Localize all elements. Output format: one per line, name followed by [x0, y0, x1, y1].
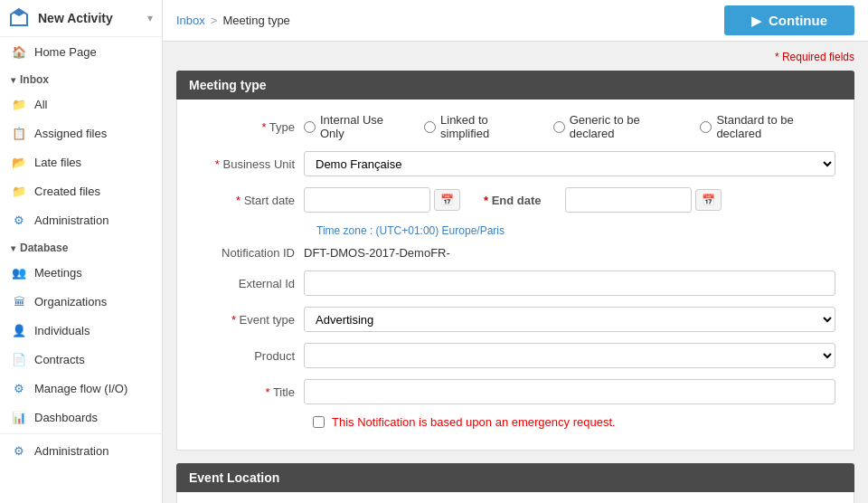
product-label: Product [195, 349, 304, 363]
start-date-label: * Start date [195, 194, 304, 207]
event-type-select[interactable]: Advertising [304, 307, 835, 332]
emergency-label[interactable]: This Notification is based upon an emerg… [332, 415, 616, 429]
sidebar-dash-label: Dashboards [34, 411, 98, 424]
sidebar-item-organizations[interactable]: Organizations [0, 287, 162, 316]
meetings-icon [11, 264, 27, 280]
external-id-input[interactable] [304, 270, 835, 296]
sidebar-section-inbox[interactable]: ▾ Inbox [0, 66, 162, 90]
breadcrumb-inbox[interactable]: Inbox [176, 14, 205, 27]
sidebar-divider [0, 433, 162, 434]
sidebar-admin-inbox-label: Administration [34, 214, 108, 227]
title-input[interactable] [304, 379, 835, 404]
end-date-input[interactable] [565, 187, 692, 213]
sidebar-home-label: Home Page [34, 45, 97, 59]
radio-linked[interactable]: Linked to simplified [424, 113, 535, 140]
event-location-body: * Venue Address [176, 492, 854, 503]
title-row: * Title [195, 379, 835, 404]
business-unit-label: * Business Unit [195, 157, 304, 171]
business-unit-select[interactable]: Demo Française [304, 151, 835, 176]
sidebar-item-admin-inbox[interactable]: Administration [0, 205, 162, 234]
breadcrumb-current: Meeting type [222, 14, 289, 27]
radio-internal[interactable]: Internal Use Only [304, 113, 406, 140]
sidebar-meetings-label: Meetings [34, 266, 82, 280]
sidebar-item-flow[interactable]: Manage flow (I/O) [0, 374, 162, 403]
event-location-header: Event Location [176, 463, 854, 492]
sidebar-item-home[interactable]: Home Page [0, 37, 162, 66]
radio-generic[interactable]: Generic to be declared [553, 113, 683, 140]
flow-icon [11, 380, 27, 396]
meeting-type-body: * Type Internal Use Only Linked to simpl… [176, 100, 854, 451]
sidebar-header: New Activity ▾ [0, 0, 162, 37]
sidebar-item-individuals[interactable]: Individuals [0, 316, 162, 345]
external-id-row: External Id [195, 270, 835, 296]
timezone-text[interactable]: Time zone : (UTC+01:00) Europe/Paris [313, 224, 505, 237]
play-icon: ▶ [751, 14, 761, 28]
svg-marker-1 [13, 9, 25, 16]
external-id-control [304, 270, 835, 296]
assigned-icon [11, 125, 27, 141]
sidebar-section-database[interactable]: ▾ Database [0, 234, 162, 258]
emergency-checkbox[interactable] [313, 416, 325, 428]
sidebar-item-all[interactable]: All [0, 90, 162, 119]
sidebar-all-label: All [34, 98, 47, 111]
main-content: Inbox > Meeting type ▶ Continue * Requir… [163, 0, 868, 503]
continue-button[interactable]: ▶ Continue [724, 5, 854, 35]
sidebar-item-meetings[interactable]: Meetings [0, 258, 162, 287]
radio-generic-label: Generic to be declared [570, 113, 683, 140]
type-control: Internal Use Only Linked to simplified G… [304, 113, 835, 140]
contracts-icon [11, 351, 27, 367]
product-select[interactable] [304, 343, 835, 368]
radio-generic-input[interactable] [553, 121, 565, 133]
sidebar-item-contracts[interactable]: Contracts [0, 345, 162, 374]
inbox-section-label: Inbox [20, 73, 49, 86]
sidebar-item-created[interactable]: Created files [0, 176, 162, 205]
title-label: * Title [195, 385, 304, 399]
app-chevron[interactable]: ▾ [147, 12, 153, 24]
radio-standard-input[interactable] [700, 121, 712, 133]
event-location-section: Event Location * Venue Address [176, 463, 854, 503]
start-date-control: 📅 * End date 📅 [304, 187, 835, 213]
breadcrumb: Inbox > Meeting type [176, 14, 290, 27]
sidebar-created-label: Created files [34, 185, 100, 198]
inbox-toggle: ▾ [11, 75, 15, 85]
radio-internal-input[interactable] [304, 121, 316, 133]
sidebar-item-administration[interactable]: Administration [0, 436, 162, 465]
sidebar-org-label: Organizations [34, 295, 107, 308]
sidebar-item-assigned[interactable]: Assigned files [0, 119, 162, 147]
title-control [304, 379, 835, 404]
database-toggle: ▾ [11, 243, 15, 253]
content-area: * Required fields Meeting type * Type In… [163, 42, 868, 503]
created-icon [11, 183, 27, 199]
sidebar-item-dashboards[interactable]: Dashboards [0, 403, 162, 432]
late-icon [11, 154, 27, 170]
event-type-label: * Event type [195, 313, 304, 327]
radio-linked-input[interactable] [424, 121, 436, 133]
business-unit-control: Demo Française [304, 151, 835, 176]
event-type-control: Advertising [304, 307, 835, 332]
end-date-calendar-button[interactable]: 📅 [695, 189, 722, 211]
type-radio-group: Internal Use Only Linked to simplified G… [304, 113, 835, 140]
app-title: New Activity [38, 11, 147, 25]
database-section-label: Database [20, 242, 68, 254]
radio-standard[interactable]: Standard to be declared [700, 113, 835, 140]
type-row: * Type Internal Use Only Linked to simpl… [195, 113, 835, 140]
org-icon [11, 293, 27, 309]
required-note: * Required fields [176, 51, 854, 63]
dash-icon [11, 409, 27, 425]
breadcrumb-separator: > [211, 14, 218, 27]
start-date-input[interactable] [304, 187, 430, 213]
sidebar-item-late[interactable]: Late files [0, 147, 162, 176]
all-icon [11, 96, 27, 112]
app-icon [9, 7, 31, 29]
end-date-wrap: 📅 [565, 187, 722, 213]
radio-standard-label: Standard to be declared [716, 113, 835, 140]
cog-icon [11, 442, 27, 459]
start-date-calendar-button[interactable]: 📅 [434, 189, 460, 211]
type-label: * Type [195, 120, 304, 134]
date-row: * Start date 📅 * End date 📅 [195, 187, 835, 213]
sidebar-administration-label: Administration [34, 444, 108, 458]
notification-id-label: Notification ID [195, 246, 304, 260]
meeting-type-section: Meeting type * Type Internal Use Only [176, 71, 854, 451]
notification-id-row: Notification ID DFT-DMOS-2017-DemoFR- [195, 246, 835, 260]
product-row: Product [195, 343, 835, 368]
